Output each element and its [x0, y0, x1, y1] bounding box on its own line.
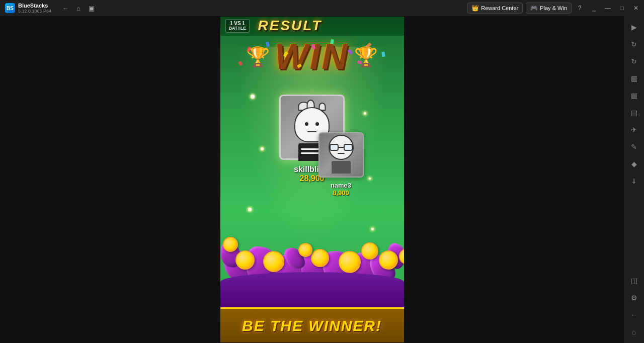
loser-mouth — [338, 153, 345, 154]
loser-info: name3 8,900 — [318, 182, 364, 197]
win-text: WIN — [275, 39, 349, 74]
sparkle — [248, 208, 252, 211]
glasses-right — [344, 144, 353, 151]
winner-banner-text: BE THE WINNER! — [242, 317, 382, 334]
sparkle — [369, 178, 371, 180]
coin-9 — [361, 242, 378, 260]
loser-glasses — [330, 144, 353, 152]
battle-word: BATTLE — [229, 26, 247, 31]
loser-score: 8,900 — [318, 189, 364, 197]
game-viewport[interactable]: 1 VS 1 BATTLE RESULT 🏆 WIN 🏆 — [220, 17, 404, 342]
reward-center-button[interactable]: 👑 Reward Center — [467, 3, 523, 14]
winner-banner[interactable]: BE THE WINNER! — [220, 307, 404, 342]
sidebar-btn-home[interactable]: ⌂ — [626, 324, 642, 340]
laurel-right-icon: 🏆 — [354, 46, 378, 68]
close-button[interactable]: ✕ — [630, 2, 642, 14]
coin-1 — [235, 250, 255, 270]
sidebar-btn-5[interactable]: ▤ — [626, 105, 642, 121]
play-win-label: Play & Win — [540, 5, 567, 11]
sidebar-btn-back[interactable]: ← — [626, 307, 642, 323]
minimize-button[interactable]: ― — [602, 2, 614, 14]
battle-label: 1 VS 1 BATTLE — [225, 19, 250, 33]
main-content: 1 VS 1 BATTLE RESULT 🏆 WIN 🏆 — [0, 16, 624, 343]
win-area: 🏆 WIN 🏆 — [220, 39, 404, 74]
glasses-bridge — [339, 147, 344, 148]
purple-platform — [220, 272, 404, 312]
coin-5 — [379, 250, 398, 270]
bluestacks-icon: BS — [5, 3, 15, 13]
loser-body — [332, 161, 351, 174]
sidebar-btn-6[interactable]: ✈ — [626, 122, 642, 138]
titlebar-right: 👑 Reward Center 🎮 Play & Win ? ⎯ ― □ ✕ — [467, 2, 644, 14]
coin-7 — [223, 237, 238, 252]
back-button[interactable]: ← — [60, 3, 70, 13]
winner-eye-left — [305, 122, 308, 126]
sidebar-btn-9[interactable]: ⇓ — [626, 173, 642, 189]
loser-card — [318, 132, 364, 178]
loser-character — [325, 135, 357, 175]
sidebar-btn-8[interactable]: ◆ — [626, 156, 642, 172]
reward-center-label: Reward Center — [481, 5, 518, 11]
coin-8 — [298, 243, 312, 257]
reward-icon: 👑 — [471, 5, 479, 12]
sparkle — [364, 112, 366, 115]
title-bar: BS BlueStacks 5.12.0.1065 P64 ← ⌂ ▣ 👑 Re… — [0, 0, 644, 16]
sparkle — [251, 95, 255, 99]
loser-head — [329, 135, 354, 160]
app-logo: BS BlueStacks 5.12.0.1065 P64 — [0, 3, 56, 14]
settings-btn[interactable]: ⚙ — [626, 290, 642, 306]
game-header: 1 VS 1 BATTLE RESULT — [220, 17, 404, 36]
coin-2 — [263, 251, 284, 272]
sparkle — [261, 147, 264, 150]
sidebar-expand-btn[interactable]: ▶ — [626, 19, 642, 35]
sidebar-btn-10[interactable]: ◫ — [626, 273, 642, 289]
refresh-button[interactable]: ▣ — [87, 3, 97, 13]
play-win-button[interactable]: 🎮 Play & Win — [526, 3, 572, 14]
coin-4 — [339, 251, 361, 273]
sidebar-btn-1[interactable]: ↻ — [626, 36, 642, 52]
app-version: 5.12.0.1065 P64 — [18, 9, 51, 14]
winner-mouth — [307, 131, 316, 132]
winner-eye-right — [315, 122, 319, 126]
glasses-left — [330, 144, 339, 151]
laurel-left-icon: 🏆 — [246, 46, 270, 68]
play-win-icon: 🎮 — [530, 5, 538, 12]
app-name: BlueStacks — [18, 3, 51, 9]
help-button[interactable]: ? — [574, 2, 586, 14]
menu-button[interactable]: ⎯ — [588, 2, 600, 14]
coin-3 — [311, 249, 329, 267]
loser-name: name3 — [318, 182, 364, 189]
sidebar-btn-2[interactable]: ↻ — [626, 53, 642, 69]
winner-eyes — [295, 122, 329, 126]
right-sidebar: ▶ ↻ ↻ ▥ ▥ ▤ ✈ ✎ ◆ ⇓ ◫ ⚙ ← ⌂ — [624, 16, 644, 343]
nav-buttons: ← ⌂ ▣ — [60, 3, 97, 13]
sidebar-btn-3[interactable]: ▥ — [626, 70, 642, 87]
sidebar-btn-4[interactable]: ▥ — [626, 88, 642, 104]
home-button[interactable]: ⌂ — [73, 3, 84, 13]
result-title: RESULT — [258, 18, 399, 34]
sidebar-btn-7[interactable]: ✎ — [626, 139, 642, 155]
maximize-button[interactable]: □ — [616, 2, 628, 14]
